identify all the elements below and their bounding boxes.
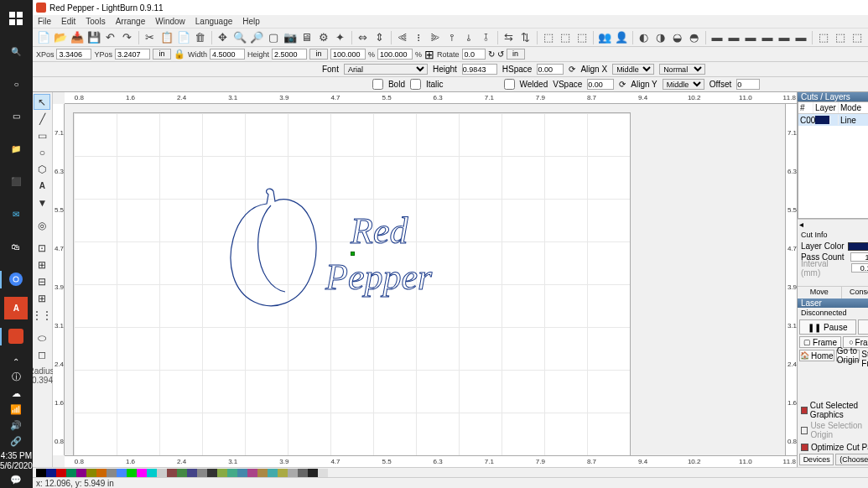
align-middle-icon[interactable]: ⫰ (462, 30, 477, 45)
monitor-icon[interactable]: 🖥 (299, 30, 314, 45)
palette-color[interactable] (227, 469, 237, 477)
ungroup-icon[interactable]: ⬚ (558, 30, 573, 45)
italic-check[interactable] (410, 79, 421, 90)
lock-icon[interactable]: 🔒 (174, 49, 185, 60)
unit3[interactable]: in (507, 49, 525, 60)
more3-icon[interactable]: ⬚ (850, 30, 865, 45)
bool-tool[interactable]: ⊞ (34, 257, 50, 273)
shape2-tool[interactable]: ◻ (34, 346, 50, 362)
volume-icon[interactable]: 🔊 (10, 420, 22, 431)
settings-icon[interactable]: ⚙ (316, 30, 331, 45)
alignx-select[interactable]: Middle (612, 64, 654, 75)
palette-color[interactable] (268, 469, 278, 477)
aligny-select[interactable]: Middle (663, 79, 704, 90)
align-top-icon[interactable]: ⫯ (445, 30, 460, 45)
offset-input[interactable] (736, 79, 760, 90)
help-tray-icon[interactable]: ⓘ (12, 371, 21, 383)
rect3-icon[interactable]: ▬ (743, 30, 758, 45)
scale-h-input[interactable] (377, 49, 413, 60)
rotate-input[interactable] (462, 49, 486, 60)
palette-color[interactable] (137, 469, 147, 477)
bool4-icon[interactable]: ◓ (687, 30, 702, 45)
clock[interactable]: 4:35 PM 5/6/2020 (0, 451, 33, 471)
palette-color[interactable] (247, 469, 257, 477)
menu-file[interactable]: File (38, 17, 51, 26)
search-icon[interactable]: 🔍 (0, 36, 32, 67)
menu-arrange[interactable]: Arrange (116, 17, 146, 26)
palette-color[interactable] (237, 469, 247, 477)
zoom-in-icon[interactable]: 🔍 (232, 30, 247, 45)
xpos-input[interactable] (56, 49, 91, 60)
palette-color[interactable] (207, 469, 217, 477)
cortana-icon[interactable]: ○ (0, 69, 32, 100)
vspace-input[interactable] (587, 79, 614, 90)
polygon-tool[interactable]: ⬡ (34, 161, 50, 177)
shape1-tool[interactable]: ⬭ (34, 330, 50, 345)
undo-icon[interactable]: ↶ (103, 30, 118, 45)
optpath-check[interactable] (801, 444, 808, 451)
text-tool[interactable]: A (34, 178, 50, 194)
save-icon[interactable]: 💾 (86, 30, 101, 45)
gear-icon[interactable]: ✦ (333, 30, 348, 45)
group-icon[interactable]: ⬚ (541, 30, 556, 45)
menu-tools[interactable]: Tools (86, 17, 105, 26)
show-hidden-icon[interactable]: ⌃ (0, 354, 32, 370)
cut-icon[interactable]: ✂ (143, 30, 158, 45)
preview-icon[interactable]: 📷 (283, 30, 298, 45)
frame-icon[interactable]: ▢ (266, 30, 281, 45)
draw-line-tool[interactable]: ╱ (34, 111, 50, 127)
redo-icon[interactable]: ↷ (120, 30, 135, 45)
palette-color[interactable] (147, 469, 157, 477)
dist-h-icon[interactable]: ⇆ (502, 30, 517, 45)
frame-button[interactable]: ▢ Frame (799, 336, 841, 348)
normal-select[interactable]: Normal (659, 64, 705, 75)
palette-color[interactable] (298, 469, 308, 477)
palette-color[interactable] (177, 469, 187, 477)
onedrive-icon[interactable]: ☁ (12, 388, 21, 399)
palette-color[interactable] (187, 469, 197, 477)
store-icon[interactable]: 🛍 (0, 231, 32, 262)
width-input[interactable] (210, 49, 245, 60)
tab-console[interactable]: Console (842, 287, 868, 299)
usesel-check[interactable] (801, 427, 808, 434)
ellipse-tool[interactable]: ○ (34, 144, 50, 160)
user-icon[interactable]: 👤 (614, 30, 629, 45)
paste-icon[interactable]: 📄 (176, 30, 191, 45)
goto-origin-button[interactable]: Go to Origin (836, 350, 860, 361)
weld-tool[interactable]: ⊡ (34, 240, 50, 256)
array-tool[interactable]: ⊞ (34, 290, 50, 306)
anchor-icon[interactable]: ⊞ (424, 48, 434, 61)
palette-color[interactable] (217, 469, 227, 477)
notifications-icon[interactable]: 💬 (10, 475, 22, 485)
devices-button[interactable]: Devices (799, 454, 834, 465)
select-tool[interactable]: ↖ (34, 94, 50, 110)
reset-icon[interactable]: ⟳ (569, 65, 575, 74)
flip-h-icon[interactable]: ⇔ (356, 30, 371, 45)
app-icon-1[interactable]: ⬛ (0, 166, 32, 197)
menu-edit[interactable]: Edit (61, 17, 75, 26)
palette-color[interactable] (278, 469, 288, 477)
welded-check[interactable] (504, 79, 515, 90)
palette-color[interactable] (86, 469, 96, 477)
chrome-icon[interactable] (0, 264, 32, 295)
align-bottom-icon[interactable]: ⫱ (479, 30, 494, 45)
choose-select[interactable]: (Choose) (835, 454, 868, 465)
artwork-pepper[interactable]: Red Pepper (225, 184, 493, 335)
edit-nodes-tool[interactable]: ▼ (34, 195, 50, 210)
ypos-input[interactable] (115, 49, 150, 60)
palette-color[interactable] (66, 469, 76, 477)
hspace-input[interactable] (537, 64, 564, 75)
pause-button[interactable]: ❚❚ Pause (799, 319, 856, 335)
rect5-icon[interactable]: ▬ (777, 30, 792, 45)
font-height-input[interactable] (462, 64, 497, 75)
unit-dropdown[interactable]: in (153, 49, 171, 60)
pan-icon[interactable]: ✥ (216, 30, 231, 45)
layer-row-c00[interactable]: C00 Line 1000.0 / 80.0 ☑ ☑ (798, 114, 868, 126)
interval-input[interactable] (851, 263, 868, 273)
flip-v-icon[interactable]: ⇕ (372, 30, 387, 45)
menu-language[interactable]: Language (195, 17, 233, 26)
palette-color[interactable] (46, 469, 56, 477)
palette-color[interactable] (76, 469, 86, 477)
cutsel-check[interactable] (801, 407, 808, 414)
dist-v-icon[interactable]: ⇅ (518, 30, 533, 45)
